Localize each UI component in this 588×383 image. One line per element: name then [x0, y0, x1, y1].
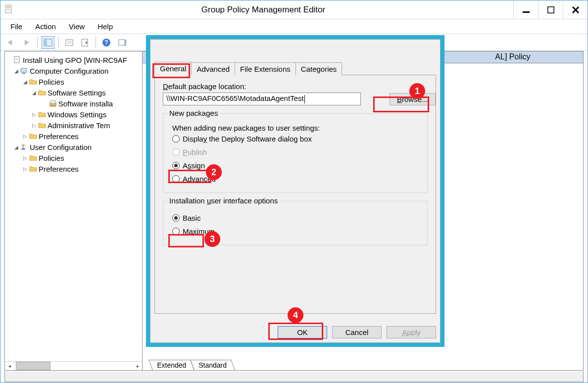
- dialog-buttons: OK Cancel Apply: [278, 326, 436, 338]
- folder-icon: [38, 121, 47, 130]
- new-packages-legend: New packages: [167, 109, 220, 117]
- expand-icon[interactable]: ◢: [13, 144, 20, 150]
- expand-icon[interactable]: ▷: [22, 166, 29, 172]
- svg-rect-5: [547, 6, 554, 13]
- menu-help[interactable]: Help: [93, 21, 118, 32]
- svg-rect-16: [119, 40, 125, 46]
- browse-button[interactable]: Browse...: [390, 93, 436, 105]
- tree-software-installation[interactable]: Software installa: [58, 99, 113, 108]
- statusbar: [4, 371, 584, 382]
- ui-options-legend: Installation user interface options: [167, 196, 280, 205]
- svg-text:?: ?: [104, 39, 108, 46]
- expand-icon[interactable]: ▷: [31, 123, 38, 128]
- radio-display[interactable]: Display the Deploy Software dialog box: [170, 132, 420, 145]
- apply-button: Apply: [387, 326, 436, 338]
- tab-general-content: Default package location: \\WIN-RC9AF0C6…: [154, 75, 436, 314]
- expand-icon[interactable]: ▷: [31, 112, 38, 117]
- menu-file[interactable]: File: [5, 21, 27, 32]
- svg-rect-24: [50, 100, 55, 103]
- forward-button[interactable]: [20, 36, 33, 49]
- tree-user-config[interactable]: User Configuration: [30, 143, 92, 151]
- tab-extended[interactable]: Extended: [148, 360, 195, 370]
- app-icon: [4, 4, 13, 15]
- main-window-title: Group Policy Management Editor: [13, 5, 513, 15]
- svg-rect-2: [6, 8, 10, 9]
- svg-rect-10: [66, 40, 73, 46]
- folder-icon: [29, 77, 38, 86]
- expand-icon[interactable]: ◢: [22, 79, 29, 85]
- default-package-input[interactable]: \\WIN-RC9AF0C6565\MotadataAgentTest: [163, 93, 361, 105]
- main-titlebar: Group Policy Management Editor: [0, 0, 588, 19]
- radio-basic[interactable]: Basic: [170, 211, 420, 225]
- tree-preferences[interactable]: Preferences: [39, 132, 79, 141]
- menu-view[interactable]: View: [64, 21, 90, 32]
- tab-standard[interactable]: Standard: [190, 360, 235, 370]
- expand-icon[interactable]: ▷: [22, 155, 29, 161]
- ok-button[interactable]: OK: [278, 326, 327, 338]
- dialog-tabs: General Advanced File Extensions Categor…: [154, 61, 436, 75]
- filter-button[interactable]: [116, 36, 129, 49]
- menubar: File Action View Help: [0, 19, 588, 34]
- radio-assign[interactable]: Assign: [170, 159, 420, 172]
- installer-icon: [49, 99, 57, 108]
- refresh-button[interactable]: [79, 36, 92, 49]
- minimize-button[interactable]: [513, 0, 538, 19]
- policy-icon: [13, 55, 22, 64]
- tree-root[interactable]: Install Using GPO [WIN-RC9AF: [23, 56, 127, 64]
- user-icon: [20, 143, 29, 151]
- svg-rect-3: [6, 10, 10, 10]
- expand-icon[interactable]: ◢: [13, 68, 20, 74]
- tree-pane[interactable]: Install Using GPO [WIN-RC9AF ◢Computer C…: [5, 51, 143, 370]
- svg-rect-17: [125, 40, 126, 46]
- svg-rect-22: [22, 73, 25, 74]
- svg-point-25: [22, 144, 25, 147]
- new-packages-instruction: When adding new packages to user setting…: [170, 124, 420, 132]
- menu-action[interactable]: Action: [30, 21, 61, 32]
- tree-admin-templates[interactable]: Administrative Tem: [48, 121, 110, 130]
- folder-icon: [38, 110, 47, 119]
- folder-icon: [38, 88, 47, 97]
- computer-icon: [20, 66, 29, 75]
- tree-user-policies[interactable]: Policies: [39, 154, 64, 162]
- properties-dialog: Software installation Properties ? Gener…: [146, 35, 444, 347]
- tab-file-extensions[interactable]: File Extensions: [235, 62, 296, 75]
- radio-maximum[interactable]: Maximum: [170, 225, 420, 238]
- tab-categories[interactable]: Categories: [295, 62, 343, 75]
- radio-publish: Publish: [170, 145, 420, 159]
- tree-policies[interactable]: Policies: [39, 78, 64, 86]
- folder-icon: [29, 132, 38, 141]
- help-icon[interactable]: ?: [100, 36, 113, 49]
- radio-advanced[interactable]: Advanced: [170, 172, 420, 186]
- maximize-button[interactable]: [538, 0, 563, 19]
- tree-windows-settings[interactable]: Windows Settings: [48, 110, 106, 119]
- tree-computer-config[interactable]: Computer Configuration: [30, 67, 108, 75]
- horizontal-scrollbar[interactable]: ◂ ▸: [5, 361, 142, 370]
- ui-options-group: Installation user interface options Basi…: [163, 201, 428, 245]
- new-packages-group: New packages When adding new packages to…: [163, 113, 428, 193]
- back-button[interactable]: [4, 36, 17, 49]
- tree-user-preferences[interactable]: Preferences: [39, 165, 79, 173]
- svg-rect-19: [15, 58, 18, 58]
- cancel-button[interactable]: Cancel: [332, 326, 382, 338]
- folder-icon: [29, 153, 38, 162]
- svg-rect-20: [15, 59, 18, 60]
- default-package-label: Default package location:: [163, 82, 428, 91]
- tree-software-settings[interactable]: Software Settings: [48, 89, 106, 97]
- svg-rect-1: [6, 6, 10, 7]
- folder-icon: [29, 164, 38, 173]
- tab-general[interactable]: General: [154, 62, 192, 75]
- close-button[interactable]: [563, 0, 588, 19]
- svg-rect-4: [523, 11, 530, 13]
- properties-button[interactable]: [63, 36, 76, 49]
- tab-advanced[interactable]: Advanced: [191, 62, 235, 75]
- svg-rect-21: [21, 68, 27, 72]
- show-hide-tree-button[interactable]: [42, 36, 54, 49]
- svg-rect-9: [44, 39, 47, 46]
- expand-icon[interactable]: ▷: [22, 134, 29, 139]
- expand-icon[interactable]: ◢: [31, 90, 38, 96]
- window-buttons: [513, 0, 588, 19]
